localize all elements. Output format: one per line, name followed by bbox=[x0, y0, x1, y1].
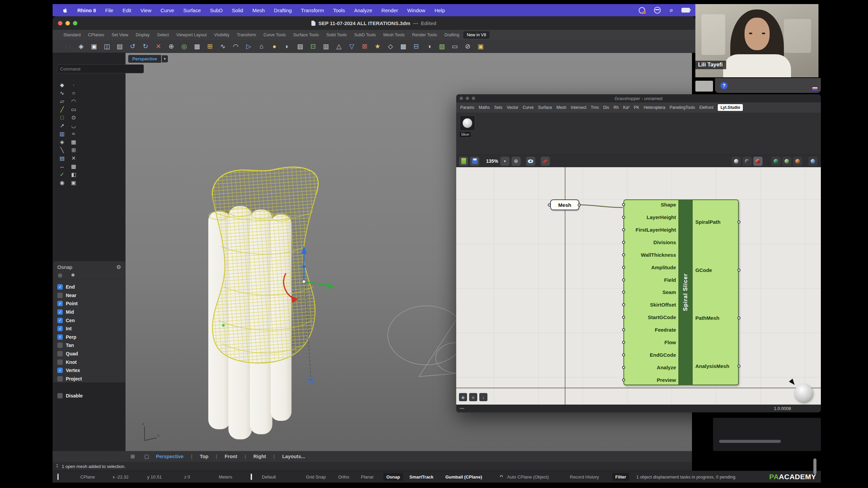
osnap-option[interactable]: ✓ Vertex bbox=[57, 366, 125, 375]
units-pane[interactable]: Meters bbox=[219, 474, 232, 480]
osnap-option[interactable]: ✓ Mid bbox=[57, 308, 125, 316]
toolbar-icon[interactable]: △ bbox=[335, 43, 343, 50]
toolbar-icon[interactable]: ◎ bbox=[180, 43, 188, 50]
input-port[interactable] bbox=[622, 291, 625, 294]
canvas-compass-ball[interactable] bbox=[794, 384, 813, 402]
component-input-row[interactable]: Analyze bbox=[623, 365, 678, 370]
command-input[interactable] bbox=[57, 64, 144, 73]
toolbar-tab[interactable]: Standard bbox=[60, 31, 84, 39]
toolbar-grip-icon[interactable]: ⋮⋮ bbox=[64, 44, 72, 48]
viewport-tab[interactable]: Perspective bbox=[156, 454, 184, 459]
display-mode-button[interactable] bbox=[771, 157, 780, 166]
save-button[interactable] bbox=[470, 157, 479, 166]
help-icon[interactable]: ? bbox=[720, 82, 728, 89]
component-input-row[interactable]: Divisions bbox=[623, 239, 678, 245]
toolbar-icon[interactable]: ▣ bbox=[90, 43, 98, 50]
grasshopper-tab[interactable]: Maths bbox=[479, 105, 490, 110]
output-port[interactable] bbox=[737, 269, 740, 272]
toolbar-icon[interactable]: ◫ bbox=[103, 43, 111, 50]
toolbar-icon[interactable]: ◑ bbox=[425, 43, 433, 50]
input-port[interactable] bbox=[622, 328, 625, 331]
toolbar-icon[interactable]: ⊘ bbox=[464, 43, 472, 50]
toolbar-icon[interactable]: ▨ bbox=[296, 43, 304, 50]
osnap-option[interactable]: ✓ Tan bbox=[57, 341, 125, 350]
tool-icon[interactable]: ⊙ bbox=[69, 114, 78, 121]
component-output-row[interactable]: SpiralPath bbox=[695, 219, 739, 225]
output-port[interactable] bbox=[737, 316, 740, 319]
input-port[interactable] bbox=[622, 278, 625, 281]
model-3d-scene[interactable] bbox=[159, 146, 505, 451]
tool-icon[interactable]: ▦ bbox=[69, 138, 78, 146]
auto-cplane-toggle[interactable]: Auto CPlane (Object) bbox=[507, 474, 549, 480]
display-mode-button[interactable] bbox=[742, 157, 752, 166]
grasshopper-tab[interactable]: Rh bbox=[614, 105, 619, 110]
input-port[interactable] bbox=[622, 341, 625, 344]
grasshopper-tab[interactable]: Dis bbox=[603, 105, 609, 110]
gumball-toggle[interactable]: Gumball (CPlane) bbox=[445, 474, 482, 480]
grasshopper-tab[interactable]: PK bbox=[634, 105, 639, 110]
osnap-disable-option[interactable]: ✓ Disable bbox=[57, 392, 125, 400]
tool-icon[interactable]: ▤ bbox=[58, 155, 66, 162]
input-port[interactable] bbox=[622, 216, 625, 219]
menu-item[interactable]: SubD bbox=[210, 7, 223, 13]
viewport-tab[interactable]: Layouts... bbox=[266, 454, 305, 459]
grasshopper-tab[interactable]: Trns bbox=[591, 105, 599, 110]
input-port[interactable] bbox=[622, 378, 625, 382]
apple-icon[interactable] bbox=[63, 7, 68, 14]
toolbar-icon[interactable]: ▣ bbox=[477, 43, 485, 50]
canvas-corner-icon[interactable]: ◆ bbox=[469, 393, 477, 401]
tool-icon[interactable]: · bbox=[69, 81, 78, 89]
grasshopper-tab[interactable]: PanelingTools bbox=[670, 105, 695, 110]
tool-icon[interactable]: ▥ bbox=[58, 130, 66, 138]
mesh-param-component[interactable]: Mesh bbox=[550, 199, 579, 210]
toolbar-icon[interactable]: ▧ bbox=[438, 43, 446, 50]
toolbar-tab[interactable]: Curve Tools bbox=[260, 31, 289, 39]
toolbar-tab[interactable]: New in V8 bbox=[463, 31, 489, 39]
menu-item[interactable]: Edit bbox=[122, 7, 131, 13]
tool-icon[interactable]: ○ bbox=[69, 90, 78, 97]
display-mode-button[interactable] bbox=[753, 157, 763, 166]
history-expand-icon[interactable] bbox=[57, 464, 58, 468]
menu-item[interactable]: Curve bbox=[160, 7, 174, 13]
osnap-option[interactable]: ✓ Perp bbox=[57, 333, 125, 341]
input-port[interactable] bbox=[622, 366, 625, 369]
osnap-tab-snap-icon[interactable]: ◎ bbox=[58, 272, 62, 278]
focus-extents-button[interactable]: ⊕ bbox=[512, 157, 521, 166]
menu-item[interactable]: Render bbox=[381, 7, 398, 13]
preview-eye-button[interactable] bbox=[526, 157, 535, 166]
menu-item[interactable]: Analyze bbox=[354, 7, 372, 13]
toolbar-icon[interactable]: ⊟ bbox=[412, 43, 420, 50]
resize-grip[interactable] bbox=[460, 408, 464, 409]
display-mode-button[interactable] bbox=[793, 157, 802, 166]
tool-icon[interactable]: ↗ bbox=[58, 122, 66, 130]
component-input-row[interactable]: Preview bbox=[623, 377, 678, 383]
input-port[interactable] bbox=[622, 228, 625, 231]
toolbar-icon[interactable]: ⊕ bbox=[167, 43, 175, 50]
toolbar-icon[interactable]: ✕ bbox=[154, 43, 162, 50]
menu-item[interactable]: Drafting bbox=[274, 7, 292, 13]
toolbar-icon[interactable]: ∿ bbox=[219, 43, 227, 50]
toolbar-icon[interactable]: ◐ bbox=[283, 43, 291, 50]
layer-color-swatch[interactable] bbox=[251, 474, 252, 480]
mesh-param-output-port[interactable] bbox=[578, 203, 581, 207]
menu-item[interactable]: Mesh bbox=[252, 7, 265, 13]
toolbar-icon[interactable]: ▷ bbox=[245, 43, 253, 50]
osnap-option[interactable]: ✓ Quad bbox=[57, 350, 125, 358]
checkbox[interactable]: ✓ bbox=[57, 393, 63, 398]
output-port[interactable] bbox=[737, 365, 740, 368]
tool-icon[interactable]: ∿ bbox=[58, 90, 66, 97]
viewport-tab[interactable]: Front bbox=[208, 454, 237, 459]
toolbar-tab[interactable]: Viewport Layout bbox=[173, 31, 210, 39]
input-port[interactable] bbox=[622, 266, 625, 269]
grasshopper-tab[interactable]: Mesh bbox=[556, 105, 566, 110]
cplane-pane[interactable]: CPlane bbox=[80, 474, 95, 480]
toolbar-icon[interactable]: ▭ bbox=[451, 43, 459, 50]
component-input-row[interactable]: Amplitude bbox=[623, 265, 678, 270]
component-input-row[interactable]: WallThickness bbox=[623, 252, 678, 258]
tool-icon[interactable]: ⊞ bbox=[69, 147, 78, 154]
grasshopper-titlebar[interactable]: Grasshopper - unnamed bbox=[456, 94, 821, 102]
checkbox[interactable]: ✓ bbox=[57, 318, 63, 323]
battery-icon[interactable] bbox=[681, 8, 690, 13]
grasshopper-tab[interactable]: Sets bbox=[494, 105, 502, 110]
checkbox[interactable]: ✓ bbox=[57, 359, 63, 365]
